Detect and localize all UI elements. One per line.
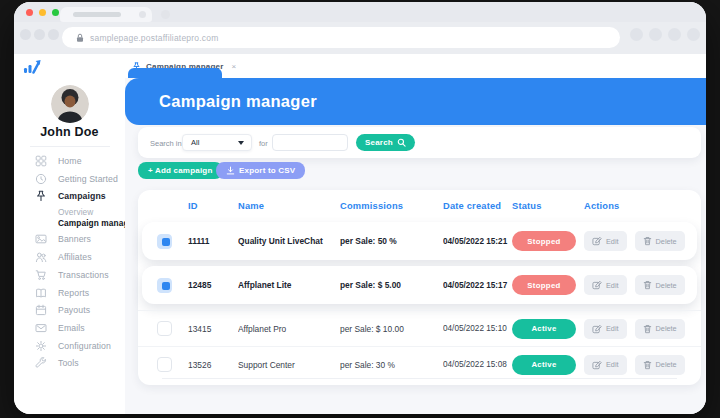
export-csv-label: Export to CSV: [239, 166, 295, 175]
status-badge: Stopped: [512, 231, 576, 251]
calendar-icon: [35, 304, 47, 316]
profile-button[interactable]: [668, 28, 681, 41]
cell-name: Affplanet Pro: [238, 324, 340, 334]
sidebar-item-label: Affiliates: [58, 252, 92, 262]
cell-id: 12485: [188, 280, 238, 290]
fullscreen-window-button[interactable]: [52, 9, 59, 16]
column-header-actions: Actions: [584, 201, 701, 211]
edit-button[interactable]: Edit: [584, 355, 627, 375]
column-header-date-created: Date created: [443, 201, 512, 211]
gear-icon: [35, 340, 47, 352]
row-checkbox[interactable]: [157, 234, 172, 249]
cell-id: 13526: [188, 360, 238, 370]
edit-pencil-icon: [592, 360, 602, 370]
column-header-id: ID: [188, 201, 238, 211]
back-button[interactable]: [20, 29, 31, 40]
table-row: 13415 Affplanet Pro per Sale: $ 10.00 04…: [138, 310, 701, 346]
page-title: Campaign manager: [159, 92, 317, 111]
column-header-name: Name: [238, 201, 340, 211]
browser-menu-button[interactable]: [687, 28, 700, 41]
delete-button[interactable]: Delete: [635, 319, 685, 339]
edit-button[interactable]: Edit: [584, 275, 627, 295]
dropdown-value: All: [191, 138, 199, 147]
cell-commission: per Sale: $ 5.00: [340, 280, 443, 290]
search-panel: Search in All for Search: [138, 127, 701, 158]
cell-id: 13415: [188, 324, 238, 334]
table-row: 11111 Quality Unit LiveChat per Sale: 50…: [142, 222, 697, 260]
tab-title-placeholder: [73, 12, 121, 17]
url-text: samplepage.postaffiliatepro.com: [90, 33, 218, 43]
sidebar-item-label: Banners: [58, 234, 91, 244]
delete-button-label: Delete: [656, 237, 677, 246]
page-header: Campaign manager: [125, 78, 706, 125]
trash-icon: [643, 236, 652, 246]
sidebar-item-label: Transactions: [58, 270, 109, 280]
pin-icon: [35, 190, 47, 202]
campaigns-table: ID Name Commissions Date created Status …: [138, 190, 701, 385]
address-bar[interactable]: samplepage.postaffiliatepro.com: [62, 27, 620, 48]
cell-name: Support Center: [238, 360, 340, 370]
delete-button-label: Delete: [656, 281, 677, 290]
sidebar-item-label: Reports: [58, 288, 89, 298]
table-row: 13526 Support Center per Sale: 30 % 04/0…: [138, 346, 701, 382]
extension-button[interactable]: [649, 28, 662, 41]
search-button-label: Search: [365, 138, 393, 147]
delete-button[interactable]: Delete: [635, 275, 685, 295]
sidebar-item-label: Configuration: [58, 341, 111, 351]
sidebar-item-label: Tools: [58, 358, 79, 368]
trash-icon: [643, 280, 652, 290]
sidebar-item-label: Home: [58, 156, 82, 166]
search-icon: [397, 138, 406, 147]
column-header-commissions: Commissions: [340, 201, 443, 211]
edit-button[interactable]: Edit: [584, 231, 627, 251]
delete-button[interactable]: Delete: [635, 231, 685, 251]
new-tab-button[interactable]: [161, 10, 170, 19]
search-for-label: for: [259, 139, 268, 148]
clock-icon: [35, 173, 47, 185]
cell-date-created: 04/05/2022 15:21: [443, 237, 512, 246]
app-navbar: [14, 54, 706, 78]
download-icon: [226, 166, 235, 175]
status-badge: Active: [512, 355, 576, 375]
edit-pencil-icon: [592, 324, 602, 334]
search-in-label: Search in: [150, 139, 182, 148]
add-campaign-button[interactable]: + Add campaign: [138, 162, 223, 179]
table-row: 12485 Affplanet Lite per Sale: $ 5.00 04…: [142, 266, 697, 304]
cell-commission: per Sale: 50 %: [340, 236, 443, 246]
browser-chrome: samplepage.postaffiliatepro.com: [14, 2, 706, 54]
edit-button-label: Edit: [606, 324, 619, 333]
edit-button[interactable]: Edit: [584, 319, 627, 339]
reload-button[interactable]: [48, 29, 59, 40]
add-campaign-label: + Add campaign: [148, 166, 213, 175]
cell-name: Affplanet Lite: [238, 280, 340, 290]
search-input[interactable]: [272, 134, 348, 151]
cell-commission: per Sale: $ 10.00: [340, 324, 443, 334]
app-logo: [22, 58, 44, 75]
desktop-background: samplepage.postaffiliatepro.com Campaign…: [0, 0, 720, 418]
cell-id: 11111: [188, 236, 238, 246]
extension-button[interactable]: [630, 28, 643, 41]
minimize-window-button[interactable]: [39, 9, 46, 16]
delete-button[interactable]: Delete: [635, 355, 685, 375]
forward-button[interactable]: [34, 29, 45, 40]
app-tab-close-icon[interactable]: ×: [231, 62, 236, 71]
row-checkbox[interactable]: [157, 278, 172, 293]
sidebar: John Doe Home Getting Started Campaigns …: [14, 78, 125, 414]
browser-window: samplepage.postaffiliatepro.com Campaign…: [14, 2, 706, 414]
export-csv-button[interactable]: Export to CSV: [216, 162, 305, 179]
search-filter-dropdown[interactable]: All: [182, 134, 252, 151]
trash-icon: [643, 324, 652, 334]
close-window-button[interactable]: [26, 9, 33, 16]
row-checkbox[interactable]: [157, 321, 172, 336]
cell-date-created: 04/05/2022 15:17: [443, 281, 512, 290]
status-badge: Active: [512, 319, 576, 339]
browser-tab[interactable]: [60, 7, 152, 22]
sidebar-item-label: Emails: [58, 323, 85, 333]
book-icon: [35, 287, 47, 299]
search-button[interactable]: Search: [356, 134, 415, 151]
users-icon: [35, 251, 47, 263]
edit-pencil-icon: [592, 236, 602, 246]
tab-close-button[interactable]: [139, 11, 146, 18]
row-checkbox[interactable]: [157, 357, 172, 372]
envelope-icon: [35, 322, 47, 334]
